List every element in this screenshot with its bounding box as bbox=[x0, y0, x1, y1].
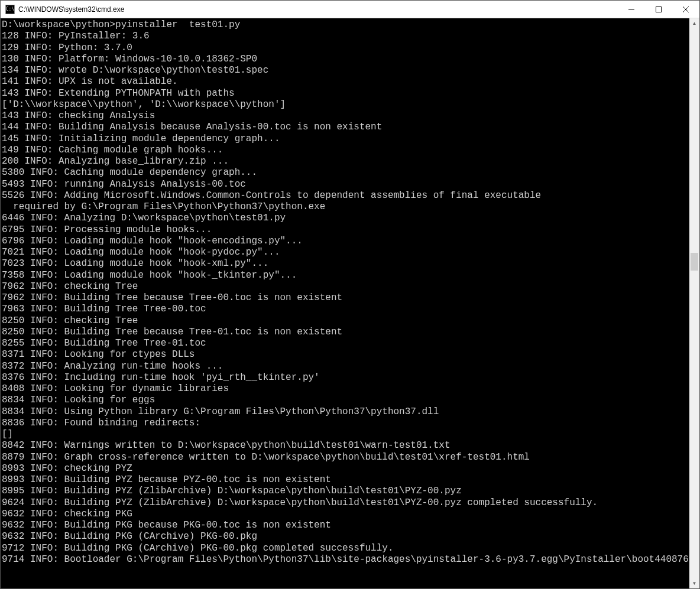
log-line: 6796 INFO: Loading module hook "hook-enc… bbox=[2, 236, 689, 247]
log-line: 200 INFO: Analyzing base_library.zip ... bbox=[2, 156, 689, 167]
log-line: required by G:\Program Files\Python\Pyth… bbox=[2, 201, 689, 213]
scroll-up-arrow[interactable]: ▲ bbox=[689, 18, 699, 28]
log-line: 149 INFO: Caching module graph hooks... bbox=[2, 145, 689, 156]
log-line: 5493 INFO: running Analysis Analysis-00.… bbox=[2, 179, 689, 190]
log-line: 7962 INFO: Building Tree because Tree-00… bbox=[2, 292, 689, 304]
scroll-thumb[interactable] bbox=[691, 253, 698, 271]
log-line: 7963 INFO: Building Tree Tree-00.toc bbox=[2, 304, 689, 315]
log-line: 8376 INFO: Including run-time hook 'pyi_… bbox=[2, 372, 689, 383]
log-line: 143 INFO: checking Analysis bbox=[2, 110, 689, 122]
log-line: 8250 INFO: Building Tree because Tree-01… bbox=[2, 327, 689, 338]
command-line: D:\workspace\python>pyinstaller test01.p… bbox=[2, 19, 689, 31]
log-line: 9632 INFO: Building PKG because PKG-00.t… bbox=[2, 520, 689, 531]
log-line: [] bbox=[2, 429, 689, 440]
log-line: 7021 INFO: Loading module hook "hook-pyd… bbox=[2, 247, 689, 258]
log-line: 8371 INFO: Looking for ctypes DLLs bbox=[2, 349, 689, 360]
log-line: 134 INFO: wrote D:\workspace\python\test… bbox=[2, 65, 689, 76]
log-line: 6795 INFO: Processing module hooks... bbox=[2, 224, 689, 236]
log-line: 141 INFO: UPX is not available. bbox=[2, 76, 689, 87]
log-line: 9714 INFO: Bootloader G:\Program Files\P… bbox=[2, 554, 689, 565]
log-line: 8255 INFO: Building Tree Tree-01.toc bbox=[2, 338, 689, 349]
svg-rect-1 bbox=[656, 6, 662, 12]
log-line: 5380 INFO: Caching module dependency gra… bbox=[2, 167, 689, 178]
log-line: 128 INFO: PyInstaller: 3.6 bbox=[2, 31, 689, 42]
log-line: ['D:\\workspace\\python', 'D:\\workspace… bbox=[2, 99, 689, 110]
log-line: 8836 INFO: Found binding redirects: bbox=[2, 418, 689, 429]
log-line: 9712 INFO: Building PKG (CArchive) PKG-0… bbox=[2, 543, 689, 554]
log-line: 9624 INFO: Building PYZ (ZlibArchive) D:… bbox=[2, 497, 689, 509]
titlebar[interactable]: C:\ C:\WINDOWS\system32\cmd.exe bbox=[1, 1, 699, 18]
vertical-scrollbar[interactable]: ▲ ▼ bbox=[689, 18, 699, 588]
log-line: 145 INFO: Initializing module dependency… bbox=[2, 134, 689, 145]
terminal-output[interactable]: D:\workspace\python>pyinstaller test01.p… bbox=[1, 18, 689, 588]
window-title: C:\WINDOWS\system32\cmd.exe bbox=[18, 5, 618, 14]
close-button[interactable] bbox=[672, 1, 699, 18]
log-line: 8993 INFO: checking PYZ bbox=[2, 463, 689, 474]
log-line: 8250 INFO: checking Tree bbox=[2, 315, 689, 327]
log-line: 8993 INFO: Building PYZ because PYZ-00.t… bbox=[2, 474, 689, 486]
log-line: 8879 INFO: Graph cross-reference written… bbox=[2, 452, 689, 463]
log-line: 9632 INFO: Building PKG (CArchive) PKG-0… bbox=[2, 531, 689, 542]
scroll-track[interactable] bbox=[689, 28, 699, 578]
log-line: 7023 INFO: Loading module hook "hook-xml… bbox=[2, 258, 689, 269]
maximize-button[interactable] bbox=[645, 1, 672, 18]
log-line: 130 INFO: Platform: Windows-10-10.0.1836… bbox=[2, 54, 689, 65]
cmd-icon: C:\ bbox=[5, 5, 15, 14]
log-line: 8834 INFO: Using Python library G:\Progr… bbox=[2, 406, 689, 418]
window-controls bbox=[618, 1, 699, 18]
log-line: 8834 INFO: Looking for eggs bbox=[2, 395, 689, 406]
log-line: 143 INFO: Extending PYTHONPATH with path… bbox=[2, 88, 689, 99]
log-line: 8995 INFO: Building PYZ (ZlibArchive) D:… bbox=[2, 486, 689, 497]
log-line: 7358 INFO: Loading module hook "hook-_tk… bbox=[2, 270, 689, 281]
log-line: 129 INFO: Python: 3.7.0 bbox=[2, 43, 689, 54]
log-line: 8408 INFO: Looking for dynamic libraries bbox=[2, 383, 689, 395]
log-line: 6446 INFO: Analyzing D:\workspace\python… bbox=[2, 213, 689, 224]
log-line: 144 INFO: Building Analysis because Anal… bbox=[2, 122, 689, 133]
scroll-down-arrow[interactable]: ▼ bbox=[689, 578, 699, 588]
log-line: 8372 INFO: Analyzing run-time hooks ... bbox=[2, 361, 689, 372]
minimize-button[interactable] bbox=[618, 1, 645, 18]
log-line: 9632 INFO: checking PKG bbox=[2, 509, 689, 520]
log-line: 8842 INFO: Warnings written to D:\worksp… bbox=[2, 440, 689, 451]
log-line: 5526 INFO: Adding Microsoft.Windows.Comm… bbox=[2, 190, 689, 201]
log-line: 7962 INFO: checking Tree bbox=[2, 281, 689, 292]
terminal-area: D:\workspace\python>pyinstaller test01.p… bbox=[1, 18, 699, 588]
